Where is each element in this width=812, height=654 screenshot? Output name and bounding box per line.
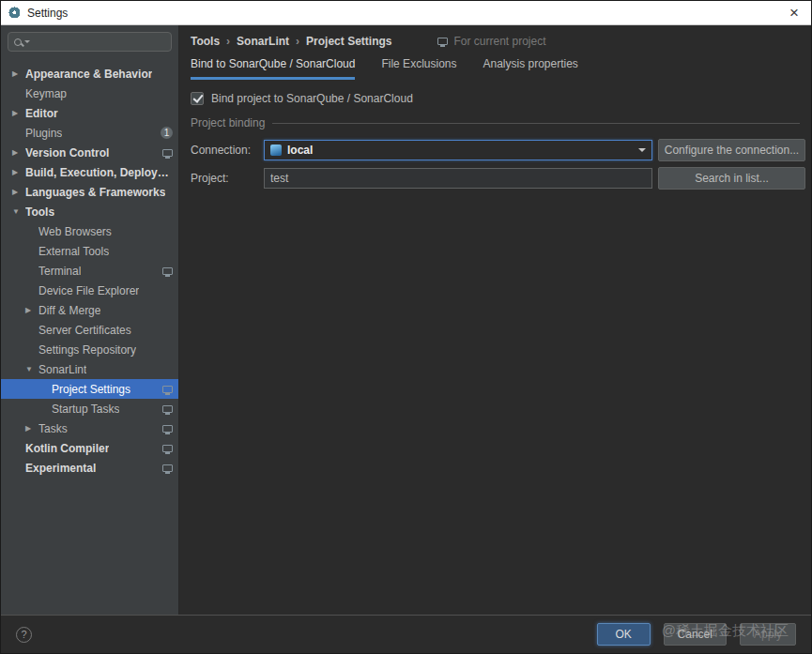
sidebar-item-label: Project Settings [52,383,130,396]
settings-sidebar: Appearance & Behavior Keymap Editor Plug… [1,25,179,615]
settings-tree: Appearance & Behavior Keymap Editor Plug… [1,58,178,615]
sidebar-item-label: Plugins [25,127,62,140]
window-titlebar: Settings [1,1,811,25]
sidebar-item-project-settings[interactable]: Project Settings [1,379,178,399]
tab-file-exclusions[interactable]: File Exclusions [381,57,456,80]
sidebar-item-editor[interactable]: Editor [1,103,178,123]
chevron-right-icon [25,424,38,433]
group-separator-line [272,123,800,124]
ok-button[interactable]: OK [597,623,651,646]
sidebar-item-kotlin-compiler[interactable]: Kotlin Compiler [1,438,178,458]
tab-analysis-properties[interactable]: Analysis properties [483,57,577,80]
help-icon[interactable] [16,627,32,643]
window-title: Settings [27,7,68,20]
chevron-down-icon [24,40,30,43]
main-area: Appearance & Behavior Keymap Editor Plug… [1,25,811,615]
project-label: Project: [191,172,264,185]
per-project-settings-icon [162,149,173,157]
settings-content-panel: Tools SonarLint Project Settings For cur… [179,25,811,615]
sidebar-item-appearance-behavior[interactable]: Appearance & Behavior [1,64,178,84]
sidebar-item-label: Terminal [38,265,81,278]
group-title: Project binding [191,116,265,129]
sidebar-item-server-certificates[interactable]: Server Certificates [1,320,178,340]
chevron-right-icon [12,109,25,117]
cancel-button[interactable]: Cancel [664,623,727,646]
sidebar-item-keymap[interactable]: Keymap [1,84,178,103]
chevron-down-icon [25,365,38,373]
sidebar-item-label: Diff & Merge [38,304,100,317]
sidebar-item-label: Device File Explorer [38,284,139,297]
per-project-settings-icon [162,445,173,452]
sidebar-item-label: Server Certificates [38,324,131,337]
settings-search-box[interactable] [8,32,172,52]
sidebar-item-label: Version Control [25,146,109,160]
per-project-settings-icon [162,267,173,275]
plugins-count-badge: 1 [161,127,173,139]
chevron-down-icon [12,207,25,216]
sidebar-item-label: Build, Execution, Deployment [25,166,173,179]
breadcrumb-project-settings: Project Settings [306,35,391,48]
apply-button[interactable]: Apply [740,623,796,646]
tab-bar: Bind to SonarQube / SonarCloud File Excl… [191,57,800,80]
connection-select[interactable]: local [264,140,652,160]
current-project-icon [437,38,448,45]
dialog-footer: OK Cancel Apply [1,615,811,653]
sidebar-item-label: Appearance & Behavior [25,68,152,81]
combo-dropdown-button[interactable] [633,141,651,160]
sidebar-item-build-execution-deployment[interactable]: Build, Execution, Deployment [1,162,178,182]
search-icon [14,38,22,46]
per-project-settings-icon [162,405,173,413]
sidebar-item-label: Experimental [25,462,96,475]
project-binding-group-header: Project binding [191,116,800,129]
chevron-right-icon [12,69,25,78]
sidebar-item-web-browsers[interactable]: Web Browsers [1,221,178,241]
sidebar-item-settings-repository[interactable]: Settings Repository [1,340,178,359]
breadcrumb-sonarlint: SonarLint [237,35,289,48]
sidebar-item-label: Settings Repository [38,343,136,357]
sidebar-item-terminal[interactable]: Terminal [1,261,178,281]
per-project-settings-icon [162,425,173,433]
sidebar-item-experimental[interactable]: Experimental [1,458,178,478]
sidebar-item-label: Tasks [38,422,68,435]
sidebar-item-label: SonarLint [38,363,86,376]
project-input[interactable] [264,168,652,189]
breadcrumb: Tools SonarLint Project Settings For cur… [191,25,800,48]
sidebar-item-label: Startup Tasks [52,403,119,416]
chevron-down-icon [638,148,646,152]
footer-buttons: OK Cancel Apply [597,623,796,646]
search-in-list-button[interactable]: Search in list... [658,167,805,190]
sidebar-item-sonarlint[interactable]: SonarLint [1,359,178,379]
sidebar-item-tasks[interactable]: Tasks [1,418,178,438]
sidebar-item-label: Web Browsers [38,225,112,238]
sidebar-item-diff-merge[interactable]: Diff & Merge [1,300,178,320]
settings-dialog: Settings Appearance & Behavior Keymap [0,0,812,654]
sidebar-item-label: Tools [25,205,54,219]
sidebar-item-label: Keymap [25,87,67,100]
settings-gear-icon [8,7,21,19]
sidebar-item-device-file-explorer[interactable]: Device File Explorer [1,281,178,300]
sidebar-item-tools[interactable]: Tools [1,202,178,221]
sidebar-item-startup-tasks[interactable]: Startup Tasks [1,399,178,418]
breadcrumb-separator-icon [226,35,230,48]
bind-project-checkbox-row[interactable]: Bind project to SonarQube / SonarCloud [191,92,800,105]
sidebar-item-plugins[interactable]: Plugins 1 [1,123,178,143]
sidebar-item-label: Editor [25,107,58,120]
connection-selected-value: local [287,144,313,157]
sidebar-item-languages-frameworks[interactable]: Languages & Frameworks [1,182,178,202]
sidebar-item-label: Languages & Frameworks [25,186,165,199]
breadcrumb-separator-icon [296,35,299,48]
sidebar-item-version-control[interactable]: Version Control [1,143,178,162]
sidebar-item-label: External Tools [38,245,109,258]
close-icon[interactable] [785,4,804,23]
settings-search-input[interactable] [33,36,165,49]
sidebar-item-external-tools[interactable]: External Tools [1,241,178,261]
chevron-right-icon [25,306,38,314]
configure-connection-button[interactable]: Configure the connection... [658,139,805,161]
bind-project-checkbox[interactable] [191,92,204,105]
connection-type-icon [270,144,282,156]
tab-bind-to-sonarqube[interactable]: Bind to SonarQube / SonarCloud [191,57,355,80]
chevron-right-icon [12,148,25,157]
per-project-settings-icon [162,464,173,472]
sidebar-item-label: Kotlin Compiler [25,442,109,455]
chevron-right-icon [12,168,25,176]
